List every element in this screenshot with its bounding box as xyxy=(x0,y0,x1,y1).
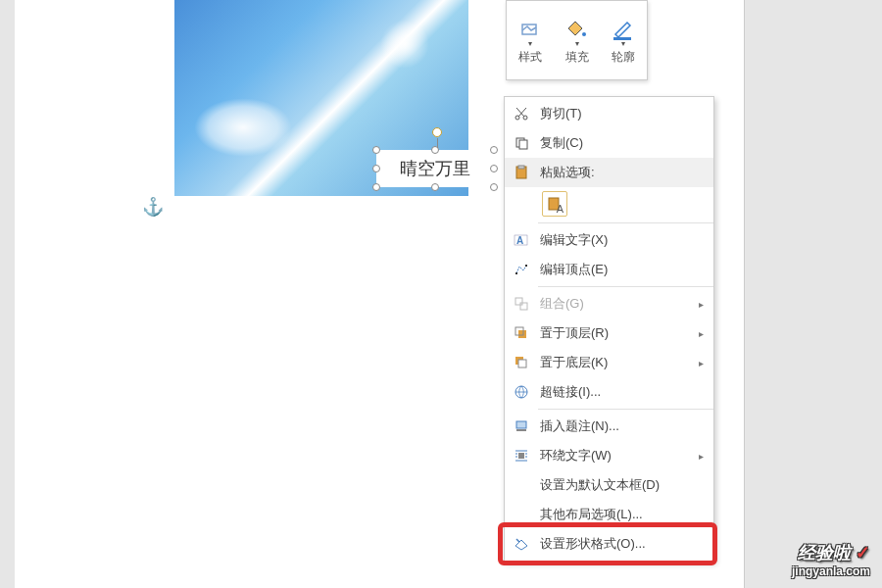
menu-more-layout-label: 其他布局选项(L)... xyxy=(540,506,643,523)
menu-separator xyxy=(538,286,713,287)
menu-separator xyxy=(538,222,713,223)
copy-icon xyxy=(513,134,530,152)
menu-wrap-text-label: 环绕文字(W) xyxy=(540,447,612,465)
resize-handle-tr[interactable] xyxy=(490,146,498,154)
anchor-icon: ⚓ xyxy=(142,196,164,218)
format-shape-icon xyxy=(513,535,530,553)
svg-rect-15 xyxy=(520,303,527,310)
menu-format-shape-label: 设置形状格式(O)... xyxy=(540,535,646,553)
resize-handle-tl[interactable] xyxy=(372,146,380,154)
watermark: 经验啦 ✓ jingyanla.com xyxy=(792,541,870,578)
menu-edit-text[interactable]: A 编辑文字(X) xyxy=(505,225,713,255)
menu-set-default-label: 设置为默认文本框(D) xyxy=(540,476,660,494)
fill-icon: ▾ xyxy=(564,15,591,46)
submenu-arrow-icon: ▸ xyxy=(699,299,704,310)
menu-set-default[interactable]: 设置为默认文本框(D) xyxy=(505,470,713,500)
textbox-text: 晴空万里 xyxy=(400,157,470,180)
menu-edit-points[interactable]: 编辑顶点(E) xyxy=(505,255,713,284)
page-margin-right xyxy=(745,0,882,588)
menu-separator xyxy=(538,409,713,410)
svg-rect-21 xyxy=(516,421,526,428)
menu-send-back[interactable]: 置于底层(K) ▸ xyxy=(505,348,713,377)
submenu-arrow-icon: ▸ xyxy=(699,451,704,462)
textbox-shape[interactable]: 晴空万里 xyxy=(376,150,494,187)
menu-bring-front[interactable]: 置于顶层(R) ▸ xyxy=(505,318,713,348)
menu-cut-label: 剪切(T) xyxy=(540,105,582,122)
cut-icon xyxy=(513,105,530,122)
page-margin-left xyxy=(0,0,15,588)
context-menu: 剪切(T) 复制(C) 粘贴选项: A A 编辑文字(X) 编辑顶点(E) 组合… xyxy=(504,96,714,562)
outline-button[interactable]: ▾ 轮廓 xyxy=(600,1,647,79)
svg-rect-14 xyxy=(515,298,522,305)
svg-rect-13 xyxy=(525,265,527,267)
outline-icon: ▾ xyxy=(610,15,637,46)
watermark-url: jingyanla.com xyxy=(792,564,870,578)
svg-rect-16 xyxy=(518,330,526,338)
resize-handle-mr[interactable] xyxy=(490,165,498,172)
svg-rect-8 xyxy=(518,166,524,169)
menu-edit-points-label: 编辑顶点(E) xyxy=(540,261,608,278)
edit-text-icon: A xyxy=(513,231,530,249)
rotation-handle[interactable] xyxy=(432,127,442,137)
resize-handle-ml[interactable] xyxy=(372,165,380,172)
paste-icon xyxy=(513,164,530,181)
send-back-icon xyxy=(513,354,530,371)
group-icon xyxy=(513,295,530,313)
submenu-arrow-icon: ▸ xyxy=(699,328,704,339)
edit-points-icon xyxy=(513,261,530,278)
menu-copy-label: 复制(C) xyxy=(540,134,583,152)
paste-text-only-button[interactable]: A xyxy=(542,191,567,217)
menu-wrap-text[interactable]: 环绕文字(W) ▸ xyxy=(505,441,713,470)
check-icon: ✓ xyxy=(856,543,870,563)
fill-label: 填充 xyxy=(565,49,589,66)
fill-button[interactable]: ▾ 填充 xyxy=(554,1,601,79)
menu-group: 组合(G) ▸ xyxy=(505,289,713,318)
svg-rect-12 xyxy=(515,272,517,274)
menu-more-layout[interactable]: 其他布局选项(L)... xyxy=(505,500,713,529)
menu-edit-text-label: 编辑文字(X) xyxy=(540,231,608,249)
resize-handle-bm[interactable] xyxy=(431,183,439,191)
mini-toolbar: ▾ 样式 ▾ 填充 ▾ 轮廓 xyxy=(506,0,648,80)
menu-format-shape[interactable]: 设置形状格式(O)... xyxy=(505,529,713,559)
menu-paste-label: 粘贴选项: xyxy=(540,164,595,181)
bring-front-icon xyxy=(513,324,530,342)
svg-rect-22 xyxy=(516,429,526,431)
outline-label: 轮廓 xyxy=(612,49,635,66)
menu-bring-front-label: 置于顶层(R) xyxy=(540,324,609,342)
svg-rect-23 xyxy=(518,453,524,459)
menu-hyperlink-label: 超链接(I)... xyxy=(540,383,601,401)
menu-paste-header: 粘贴选项: xyxy=(505,158,713,187)
svg-rect-19 xyxy=(518,360,526,368)
menu-insert-caption-label: 插入题注(N)... xyxy=(540,417,619,435)
menu-copy[interactable]: 复制(C) xyxy=(505,128,713,158)
paste-text-only-letter: A xyxy=(557,203,564,215)
svg-rect-6 xyxy=(519,140,527,149)
menu-send-back-label: 置于底层(K) xyxy=(540,354,608,371)
menu-hyperlink[interactable]: 超链接(I)... xyxy=(505,377,713,407)
resize-handle-bl[interactable] xyxy=(372,183,380,191)
paste-options-row: A xyxy=(505,187,713,220)
style-label: 样式 xyxy=(518,49,542,66)
svg-point-1 xyxy=(582,32,586,36)
hyperlink-icon xyxy=(513,383,530,401)
wrap-text-icon xyxy=(513,447,530,465)
style-button[interactable]: ▾ 样式 xyxy=(507,1,554,79)
caption-icon xyxy=(513,417,530,435)
menu-cut[interactable]: 剪切(T) xyxy=(505,99,713,128)
watermark-text: 经验啦 xyxy=(798,543,851,563)
svg-text:A: A xyxy=(516,235,523,246)
menu-insert-caption[interactable]: 插入题注(N)... xyxy=(505,412,713,441)
submenu-arrow-icon: ▸ xyxy=(699,358,704,368)
resize-handle-br[interactable] xyxy=(490,183,498,191)
menu-group-label: 组合(G) xyxy=(540,295,584,313)
style-icon: ▾ xyxy=(516,15,544,46)
